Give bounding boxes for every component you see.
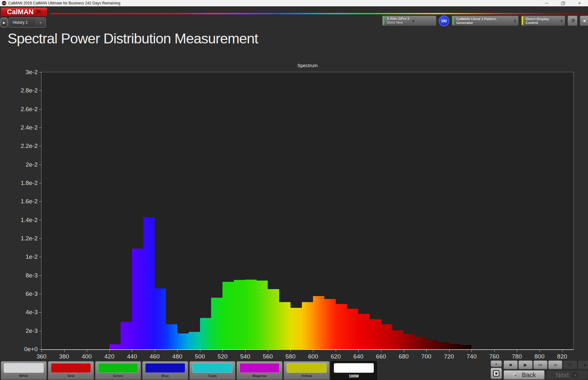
minimize-icon[interactable] — [544, 1, 549, 6]
chevron-down-icon: ▼ — [36, 10, 41, 14]
y-axis-label: 3e-2 — [26, 69, 38, 76]
x-axis-tick — [404, 350, 404, 352]
back-chevron-icon: « — [512, 372, 519, 378]
x-axis-tick — [381, 350, 381, 352]
spectrum-bar — [404, 334, 415, 349]
color-swatch — [192, 363, 232, 373]
calman-app-icon: CM — [2, 1, 6, 5]
settings-button[interactable] — [567, 16, 578, 26]
x-axis-label: 700 — [421, 353, 431, 360]
play-button[interactable]: ▶ — [518, 360, 533, 369]
x-axis-tick — [155, 350, 155, 352]
x-axis-tick — [222, 350, 223, 352]
tab-history-1[interactable]: History 1 + — [9, 17, 46, 28]
y-axis-label: 8e-3 — [26, 272, 38, 279]
meter-mode: Direct View — [387, 21, 410, 25]
back-button[interactable]: « Back — [504, 370, 545, 380]
close-icon[interactable]: × — [577, 1, 582, 6]
meter-status-stripe — [383, 16, 384, 25]
display-control-dropdown[interactable]: Direct Display Control ▼ — [521, 16, 565, 26]
spectrum-bar — [222, 282, 234, 349]
gear-icon — [570, 18, 575, 23]
x-axis-tick — [313, 350, 313, 352]
pattern-button-yellow[interactable]: Yellow — [284, 361, 330, 380]
tab-label: History 1 — [9, 20, 28, 25]
y-axis-label: 1.8e-2 — [21, 180, 38, 187]
meter-dropdown[interactable]: X-Rite i1Pro 2 Direct View ▼ — [382, 16, 436, 26]
rainbow-accent-strip — [50, 13, 588, 14]
x-axis-tick — [177, 350, 178, 352]
y-axis-tick — [39, 257, 41, 257]
window-titlebar: CM CalMAN 2019 CalMAN Ultimate for Busin… — [0, 0, 588, 6]
y-axis-label: 2.4e-2 — [21, 124, 38, 131]
x-axis-tick — [449, 350, 449, 352]
x-axis-tick — [268, 350, 268, 352]
mode-button[interactable]: ● — [578, 360, 588, 369]
spectrum-bar — [211, 298, 222, 349]
spectrum-bar — [177, 333, 189, 349]
up-arrow-icon: ▲ — [495, 362, 498, 365]
y-axis-label: 1.6e-2 — [21, 198, 38, 205]
transport-button-row: ■▶↦∞↻● — [504, 360, 588, 369]
repeat-icon: ↻ — [568, 362, 572, 367]
x-axis-tick — [41, 350, 42, 352]
pattern-label: Green — [113, 374, 123, 378]
color-swatch — [98, 363, 138, 373]
pattern-button-blue[interactable]: Blue — [142, 361, 188, 380]
y-axis-label: 2.6e-2 — [21, 106, 38, 113]
display-control-name: Direct Display Control — [524, 17, 558, 25]
y-axis-tick — [39, 128, 41, 128]
x-axis-label: 580 — [285, 353, 296, 360]
spectrum-bar — [234, 280, 245, 349]
pattern-label: 100W — [349, 374, 359, 378]
y-axis-tick — [39, 312, 41, 313]
x-axis-label: 520 — [217, 353, 228, 360]
source-dropdown[interactable]: CalMAN Client 3 Pattern Generator ▼ — [452, 16, 519, 26]
pattern-window-button[interactable]: ■ — [491, 368, 502, 379]
spectrum-bar — [302, 302, 313, 349]
spectrum-bar — [166, 324, 177, 349]
x-axis-label: 380 — [59, 353, 69, 360]
pattern-button-magenta[interactable]: Magenta — [236, 361, 283, 380]
window-title: CalMAN 2019 CalMAN Ultimate for Business… — [8, 1, 120, 5]
spectrum-bar — [415, 337, 426, 349]
x-axis-tick — [132, 350, 132, 352]
meter-name: X-Rite i1Pro 2 — [387, 17, 410, 21]
x-axis-label: 500 — [195, 353, 205, 360]
pattern-button-white[interactable]: White — [1, 361, 47, 380]
x-axis-tick — [540, 350, 540, 352]
stop-button[interactable]: ■ — [504, 360, 518, 369]
restore-icon[interactable] — [560, 1, 566, 6]
next-button[interactable]: Next » — [546, 370, 588, 380]
spectrum-bar — [336, 304, 347, 349]
pattern-label: Cyan — [208, 374, 217, 378]
spectrum-bar — [449, 344, 460, 350]
window-controls: × — [544, 1, 586, 6]
spectrum-bar — [347, 309, 359, 349]
infinity-button[interactable]: ∞ — [548, 360, 562, 369]
panel-expand-button[interactable]: ▲ — [491, 360, 502, 367]
y-axis-tick — [39, 220, 41, 220]
add-tab-button[interactable]: + — [36, 18, 45, 27]
skip-forward-button[interactable]: ↦ — [533, 360, 547, 369]
chevron-left-icon: ◀ — [583, 19, 585, 23]
pattern-button-green[interactable]: Green — [95, 361, 141, 380]
source-name: CalMAN Client 3 Pattern Generator — [455, 17, 511, 25]
x-axis-label: 740 — [466, 353, 477, 360]
y-axis-tick — [39, 349, 41, 350]
x-axis-tick — [358, 350, 359, 352]
pattern-button-red[interactable]: Red — [48, 361, 94, 380]
pattern-button-cyan[interactable]: Cyan — [189, 361, 235, 380]
repeat-button[interactable]: ↻ — [563, 360, 577, 369]
spectrum-bar — [155, 288, 166, 350]
pattern-button-100w[interactable]: 100W — [331, 361, 377, 380]
spectrum-bar — [358, 314, 370, 349]
x-axis-label: 760 — [489, 353, 499, 360]
y-axis-tick — [39, 201, 41, 202]
collapse-toolbar-button[interactable]: ◀ — [580, 16, 588, 26]
spectrum-bar — [245, 280, 257, 349]
x-axis-tick — [336, 350, 336, 352]
chevron-down-icon: ▼ — [560, 19, 563, 22]
calman-menu-button[interactable]: CalMAN ▼ — [1, 7, 47, 16]
tab-scroll-arrow-button[interactable]: ▶ — [1, 18, 8, 27]
